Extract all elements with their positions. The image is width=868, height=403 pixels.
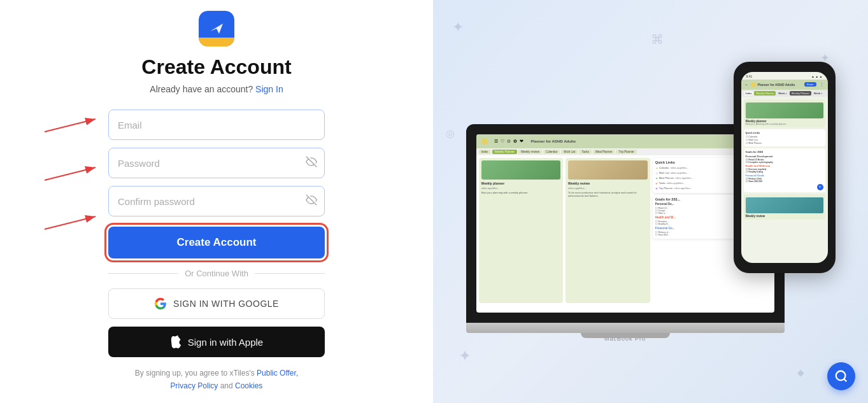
iphone-frame: 9:41 ▲ ▲ ▲ ← Planner for ADHD Adults Sha…	[734, 62, 836, 273]
iphone-screen: 9:41 ▲ ▲ ▲ ← Planner for ADHD Adults Sha…	[741, 72, 828, 263]
iphone-card-2: Quick Links ☐ Calendar ☐ Wish List ☐ Mea…	[744, 129, 825, 146]
bg-icon-4: ◆	[797, 367, 804, 378]
app-card-title-2: Weekly review	[568, 181, 648, 185]
password-toggle-icon[interactable]	[306, 156, 317, 170]
iphone-share-btn[interactable]: Share	[804, 82, 816, 87]
iphone-goals-panel: Goals for 2024 Personal Development ☐ Re…	[744, 148, 825, 192]
confirm-password-input-wrapper	[108, 186, 325, 216]
public-offer-link[interactable]: Public Offer,	[257, 369, 298, 378]
app-tabs: Index Weekly Planner Weekly review Calen…	[476, 148, 774, 155]
app-card-img-1	[481, 160, 561, 180]
tab-tasks[interactable]: Tasks	[579, 150, 592, 154]
terms-text: By signing up, you agree to xTiles's Pub…	[108, 367, 325, 392]
tab-weekly-planner[interactable]: Weekly Planner	[492, 150, 517, 154]
iphone-app-title: Planner for ADHD Adults	[758, 83, 802, 87]
form-container: Create Account Or Continue With SIGN IN …	[108, 110, 325, 392]
iphone-device: 9:41 ▲ ▲ ▲ ← Planner for ADHD Adults Sha…	[734, 62, 836, 273]
iphone-card-img-1	[746, 103, 823, 118]
app-card-1: Weekly planner ntiles.app/tiles... Start…	[479, 158, 564, 303]
arrow-indicator-2	[38, 164, 102, 186]
iphone-content: Weekly planner Start your planning with …	[741, 97, 828, 262]
tab-calendar[interactable]: Calendar	[543, 150, 560, 154]
app-ui: ☰ ♡ ⊙ ✿ ❤ Planner for ADHD Adults Index …	[476, 134, 774, 313]
sign-in-prompt: Already have an account? Sign In	[150, 84, 283, 94]
email-input-wrapper	[108, 110, 325, 140]
create-account-button[interactable]: Create Account	[108, 227, 325, 258]
iphone-card-3: Weekly review	[744, 194, 825, 220]
bg-icon-5: ◎	[446, 127, 455, 139]
tab-index[interactable]: Index	[479, 150, 491, 154]
bg-icon-1: ✦	[452, 19, 464, 36]
tab-meal-planner[interactable]: Meal Planner	[593, 150, 615, 154]
cookies-link[interactable]: Cookies	[235, 381, 262, 390]
password-input[interactable]	[108, 148, 325, 178]
right-panel: ✦ ✦ ✦ ◆ ◎ ⌘ ☰ ♡ ⊙	[433, 0, 868, 403]
tab-wish-list[interactable]: Wish List	[561, 150, 578, 154]
page-title: Create Account	[141, 55, 291, 79]
iphone-statusbar: 9:41 ▲ ▲ ▲	[741, 72, 828, 80]
app-content: Weekly planner ntiles.app/tiles... Start…	[476, 155, 774, 306]
left-panel: Create Account Already have an account? …	[0, 0, 433, 403]
macbook-base	[466, 323, 785, 333]
bg-icon-6: ⌘	[651, 32, 664, 47]
sign-in-link[interactable]: Sign In	[255, 84, 283, 94]
email-input[interactable]	[108, 110, 325, 140]
sign-in-apple-button[interactable]: Sign in with Apple	[108, 327, 325, 357]
arrow-indicator-3	[38, 213, 102, 235]
confirm-password-input[interactable]	[108, 186, 325, 216]
divider: Or Continue With	[108, 269, 325, 278]
app-card-img-2	[568, 160, 648, 180]
app-card-2: Weekly review ntiles.app/tiles... To be …	[566, 158, 650, 303]
apple-icon	[170, 336, 181, 348]
app-topbar-icon	[481, 138, 488, 145]
app-topbar-title: Planner for ADHD Adults	[531, 139, 576, 143]
search-fab[interactable]	[827, 362, 855, 390]
google-icon	[154, 297, 167, 310]
arrow-indicator-1	[38, 116, 102, 138]
app-logo	[199, 11, 234, 46]
privacy-policy-link[interactable]: Privacy Policy	[171, 381, 218, 390]
iphone-app-topbar: ← Planner for ADHD Adults Share ⋮	[741, 80, 828, 90]
iphone-card-1: Weekly planner Start your planning with …	[744, 99, 825, 127]
password-input-wrapper	[108, 148, 325, 178]
app-topbar: ☰ ♡ ⊙ ✿ ❤ Planner for ADHD Adults	[476, 134, 774, 148]
app-card-title-1: Weekly planner	[481, 181, 561, 185]
confirm-password-toggle-icon[interactable]	[306, 194, 317, 208]
sign-in-google-button[interactable]: SIGN IN WITH GOOGLE	[108, 288, 325, 319]
tab-trip-planner[interactable]: Trip Planner	[616, 150, 636, 154]
svg-rect-5	[199, 29, 234, 38]
tab-weekly-review[interactable]: Weekly review	[518, 150, 542, 154]
device-container: ☰ ♡ ⊙ ✿ ❤ Planner for ADHD Adults Index …	[466, 49, 836, 355]
svg-point-8	[836, 371, 846, 381]
iphone-card-img-3	[746, 197, 823, 213]
google-button-label: SIGN IN WITH GOOGLE	[173, 299, 279, 309]
apple-button-label: Sign in with Apple	[188, 337, 263, 348]
iphone-tabs: Index Weekly Planner Week > Weekly Plann…	[741, 90, 828, 97]
macbook-screen-inner: ☰ ♡ ⊙ ✿ ❤ Planner for ADHD Adults Index …	[476, 134, 774, 313]
iphone-topbar-icon	[751, 82, 756, 87]
iphone-card-title-3: Weekly review	[746, 215, 823, 218]
